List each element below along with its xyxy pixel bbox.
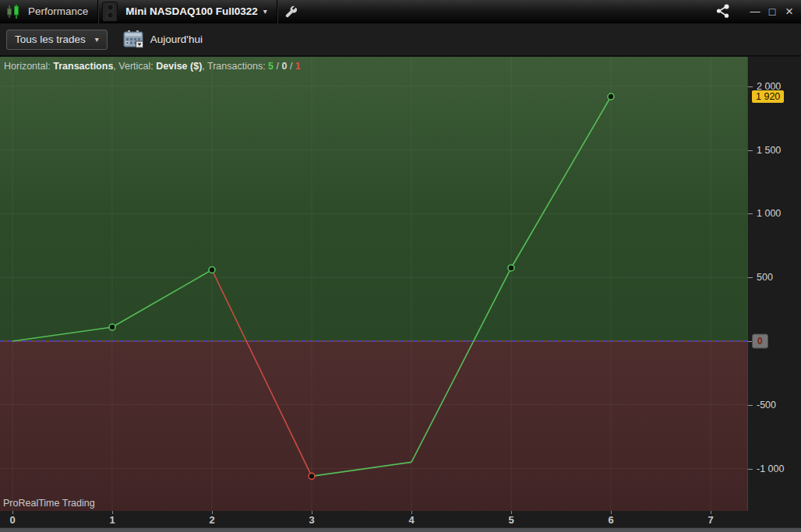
trades-filter-label: Tous les trades <box>15 33 86 45</box>
legend-separator: / <box>287 61 295 72</box>
equity-curve-segment <box>212 270 312 476</box>
trades-filter-dropdown[interactable]: Tous les trades ▾ <box>6 30 108 50</box>
instrument-name: Mini NASDAQ100 Full0322 <box>125 5 258 17</box>
legend-losses-count: 1 <box>295 61 301 72</box>
panel-grip-icon[interactable] <box>102 2 118 22</box>
x-axis-label: 6 <box>608 514 613 526</box>
titlebar-divider <box>97 0 98 23</box>
legend-transactions-label: , Transactions: <box>202 61 268 72</box>
x-axis-label: 0 <box>9 514 15 526</box>
last-value-badge: 1 920 <box>752 90 784 103</box>
y-axis-tick <box>748 469 753 470</box>
y-axis-tick <box>748 150 753 151</box>
data-point-marker[interactable] <box>309 473 315 479</box>
period-label: Aujourd'hui <box>150 33 203 45</box>
chart-legend: Horizontal: Transactions, Vertical: Devi… <box>4 61 301 72</box>
chart-area: Horizontal: Transactions, Vertical: Devi… <box>0 57 801 532</box>
equity-curve-svg <box>0 57 748 511</box>
x-axis-label: 2 <box>209 514 214 526</box>
caret-down-icon: ▾ <box>95 35 99 44</box>
x-axis[interactable]: 01234567 <box>0 511 748 528</box>
share-icon[interactable] <box>715 4 731 19</box>
minimize-button[interactable]: — <box>748 5 762 17</box>
y-axis-tick <box>748 405 753 406</box>
instrument-selector[interactable]: Mini NASDAQ100 Full0322 ▾ <box>125 5 267 17</box>
maximize-button[interactable]: □ <box>765 5 779 18</box>
legend-horizontal-value: Transactions <box>53 61 113 72</box>
close-button[interactable]: × <box>782 4 796 19</box>
data-point-marker[interactable] <box>608 93 614 100</box>
legend-vertical-label: , Vertical: <box>113 61 156 72</box>
x-axis-label: 5 <box>508 514 513 526</box>
titlebar[interactable]: Performance Mini NASDAQ100 Full0322 ▾ <box>0 0 801 23</box>
equity-curve-segment <box>511 97 611 268</box>
y-axis-tick <box>748 86 753 87</box>
y-axis-label: -500 <box>757 400 776 410</box>
y-axis-label: 1 000 <box>757 208 781 219</box>
y-axis[interactable]: 2 0001 5001 0005000-500-1 0001 920 <box>748 57 801 529</box>
watermark: ProRealTime Trading <box>3 498 95 509</box>
x-axis-label: 7 <box>707 514 713 526</box>
chart-toolbar: Tous les trades ▾ Aujourd'hui <box>0 23 801 56</box>
performance-window: Performance Mini NASDAQ100 Full0322 ▾ <box>0 0 801 532</box>
y-axis-label: 500 <box>757 272 773 283</box>
legend-horizontal-label: Horizontal: <box>4 61 53 72</box>
x-axis-label: 4 <box>408 514 414 526</box>
equity-curve-segment <box>312 462 411 476</box>
equity-curve-segment <box>112 270 212 327</box>
calendar-icon[interactable] <box>123 30 144 48</box>
legend-vertical-value: Devise ($) <box>156 61 202 72</box>
wrench-icon[interactable] <box>284 5 297 18</box>
legend-separator: / <box>273 61 281 72</box>
data-point-marker[interactable] <box>508 265 514 271</box>
x-axis-label: 3 <box>309 514 314 526</box>
y-axis-tick <box>748 277 753 278</box>
window-title: Performance <box>28 5 88 17</box>
horizontal-scrollbar[interactable] <box>0 527 801 532</box>
y-axis-tick <box>748 213 753 214</box>
legend-wins-count: 5 <box>268 61 273 72</box>
x-axis-label: 1 <box>109 514 115 526</box>
data-point-marker[interactable] <box>109 324 115 330</box>
y-axis-zero-badge: 0 <box>752 334 768 349</box>
equity-curve-segment <box>411 268 511 462</box>
plot-area[interactable]: Horizontal: Transactions, Vertical: Devi… <box>0 57 748 511</box>
y-axis-label: -1 000 <box>757 463 784 474</box>
equity-curve-segment <box>12 327 112 341</box>
grip-dot <box>107 12 114 19</box>
caret-down-icon: ▾ <box>263 7 267 16</box>
candlestick-chart-icon <box>5 5 21 19</box>
grip-dot <box>107 4 114 11</box>
y-axis-label: 1 500 <box>757 145 781 156</box>
data-point-marker[interactable] <box>209 266 215 273</box>
titlebar-divider <box>277 0 277 23</box>
